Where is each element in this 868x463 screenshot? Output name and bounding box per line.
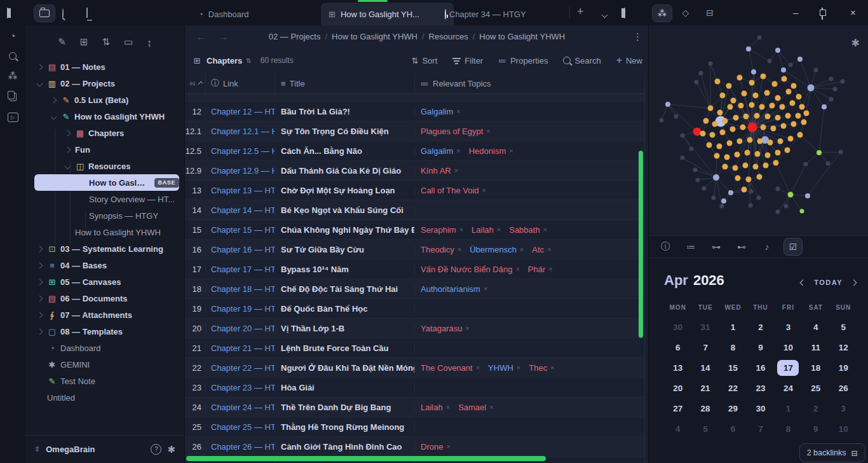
topics-cell[interactable]: Authoritarianism×: [415, 284, 644, 294]
graph-node[interactable]: [720, 130, 726, 135]
graph-node[interactable]: [765, 114, 771, 120]
remove-tag-icon[interactable]: ×: [543, 226, 547, 233]
graph-node[interactable]: [740, 125, 746, 130]
topic-tag[interactable]: Theodicy×: [421, 245, 461, 254]
table-row[interactable]: 25Chapter 25 — HTGYThằng Hề Trong Rừng M…: [185, 417, 644, 437]
calendar-day[interactable]: 13: [664, 360, 691, 376]
table-row[interactable]: 24Chapter 24 — HTGYThề Trên Danh Dự Big …: [185, 397, 644, 417]
graph-node[interactable]: [754, 113, 760, 119]
graph-node[interactable]: [721, 198, 726, 204]
folder-item-resources[interactable]: ◫Resources: [34, 158, 179, 174]
topic-tag[interactable]: Übermensch×: [470, 245, 524, 254]
sort-order-button[interactable]: ⇅: [102, 36, 110, 48]
graph-node[interactable]: [775, 150, 781, 156]
topics-cell[interactable]: Call of The Void×: [415, 186, 644, 195]
search-button[interactable]: Search: [563, 56, 600, 66]
tags-panel-button[interactable]: ◇: [676, 7, 695, 18]
graph-node[interactable]: [743, 163, 749, 169]
calendar-day[interactable]: 12: [830, 340, 857, 356]
graph-node[interactable]: [781, 123, 787, 129]
chapter-link[interactable]: Chapter 12.9 — HTGY: [211, 166, 275, 176]
graph-node[interactable]: [726, 83, 732, 89]
view-name[interactable]: Chapters: [207, 56, 242, 66]
folder-item-07-attachments[interactable]: ∮07 — Attachments: [34, 307, 179, 323]
title-cell[interactable]: Chờ Đợi Một Sự Hoảng Loạn: [275, 186, 415, 195]
calendar-day[interactable]: 29: [719, 401, 747, 417]
calendar-day[interactable]: 4: [664, 421, 691, 437]
panel-tab-info[interactable]: ⓘ: [656, 238, 674, 255]
horizontal-scrollbar[interactable]: [186, 456, 546, 461]
title-cell[interactable]: Đế Quốc Bản Thể Học: [275, 304, 415, 314]
graph-node[interactable]: [776, 187, 780, 191]
panel-tab-daily-note-calendar[interactable]: ☑: [783, 238, 803, 256]
chapter-link[interactable]: Chapter 25 — HTGY: [211, 422, 275, 432]
column-header-topics[interactable]: ≔Relevant Topics: [415, 73, 644, 93]
graph-node[interactable]: [805, 193, 810, 198]
graph-node[interactable]: [665, 102, 670, 107]
graph-node[interactable]: [703, 118, 709, 124]
calendar-day[interactable]: 1: [719, 319, 747, 335]
title-cell[interactable]: Dấu Thánh Giá Của Kẻ Dị Giáo: [275, 166, 415, 176]
graph-node[interactable]: [689, 147, 694, 151]
graph-node[interactable]: [717, 144, 722, 149]
file-item-how-to-gaslight-yhwh[interactable]: How to Gaslight YHWH: [34, 224, 179, 240]
calendar-day[interactable]: 30: [747, 401, 774, 417]
topic-tag[interactable]: The Covenant×: [421, 363, 480, 373]
file-item-gemini[interactable]: ✱GEMINI: [34, 356, 179, 373]
graph-node[interactable]: [738, 103, 744, 109]
graph-node[interactable]: [797, 132, 803, 138]
collapse-all-button[interactable]: ↨: [147, 37, 152, 48]
remove-tag-icon[interactable]: ×: [520, 245, 524, 253]
graph-node[interactable]: [751, 69, 756, 74]
file-item-how-to-gasligh-[interactable]: How to Gasligh...BASE: [34, 174, 179, 191]
topics-cell[interactable]: Lailah×Samael×: [415, 403, 644, 412]
graph-node[interactable]: [761, 125, 766, 130]
archive-panel-button[interactable]: ⊟: [700, 7, 719, 18]
graph-node[interactable]: [780, 104, 785, 110]
graph-node[interactable]: [768, 140, 773, 146]
graph-node[interactable]: [799, 104, 805, 110]
graph-node[interactable]: [707, 142, 712, 148]
table-row[interactable]: 18Chapter 18 — HTGYChế Độ Độc Tài Sáng T…: [185, 279, 644, 299]
calendar-day[interactable]: 8: [719, 340, 747, 356]
graph-node[interactable]: [722, 118, 728, 124]
graph-node[interactable]: [771, 126, 776, 132]
table-row[interactable]: 12.5Chapter 12.5 — HTGYCách Ăn... Bằng N…: [185, 141, 644, 161]
view-switcher-icon[interactable]: ⇅: [246, 57, 251, 64]
graph-node[interactable]: [745, 150, 750, 156]
close-button[interactable]: ×: [850, 7, 856, 18]
graph-node[interactable]: [755, 151, 761, 157]
calendar-day[interactable]: 7: [691, 340, 719, 356]
graph-node[interactable]: [746, 46, 751, 52]
graph-node[interactable]: [700, 131, 706, 137]
panel-tab-audio[interactable]: ♪: [758, 238, 776, 255]
graph-node[interactable]: [796, 113, 801, 119]
calendar-day[interactable]: 17: [775, 360, 802, 376]
search-view-button[interactable]: [62, 9, 64, 18]
calendar-day[interactable]: 18: [802, 360, 829, 376]
calendar-day[interactable]: 8: [775, 421, 802, 437]
chapter-link[interactable]: Chapter 12 — HTGY: [211, 107, 275, 116]
topics-cell[interactable]: Kính AR×: [415, 166, 644, 176]
remove-tag-icon[interactable]: ×: [497, 226, 501, 233]
search-ribbon-button[interactable]: [0, 46, 25, 66]
graph-node[interactable]: [731, 98, 736, 104]
graph-node[interactable]: [801, 120, 807, 125]
graph-node[interactable]: [808, 85, 815, 92]
title-cell[interactable]: Ngươi Ở Đâu Khi Ta Đặt Nền Móng Trái Đất…: [275, 363, 415, 373]
topic-tag[interactable]: Atc×: [532, 245, 551, 254]
properties-button[interactable]: ≔Properties: [498, 56, 548, 66]
folder-item-02-projects[interactable]: ▥02 — Projects: [34, 75, 179, 92]
calendar-day[interactable]: 24: [775, 380, 802, 396]
graph-node[interactable]: [743, 114, 749, 120]
files-view-button[interactable]: [34, 4, 55, 22]
panel-tab-links-incoming[interactable]: ⊶: [707, 238, 725, 255]
bookmarks-view-button[interactable]: [86, 8, 88, 18]
topic-tag[interactable]: YHWH×: [488, 363, 520, 373]
table-row[interactable]: 15Chapter 15 — HTGYChúa Không Nghỉ Ngày …: [185, 220, 644, 240]
calendar-next-button[interactable]: [851, 277, 856, 287]
graph-node[interactable]: [804, 111, 810, 116]
graph-node[interactable]: [775, 48, 780, 53]
vertical-scrollbar[interactable]: [639, 151, 643, 338]
graph-node[interactable]: [765, 153, 771, 158]
